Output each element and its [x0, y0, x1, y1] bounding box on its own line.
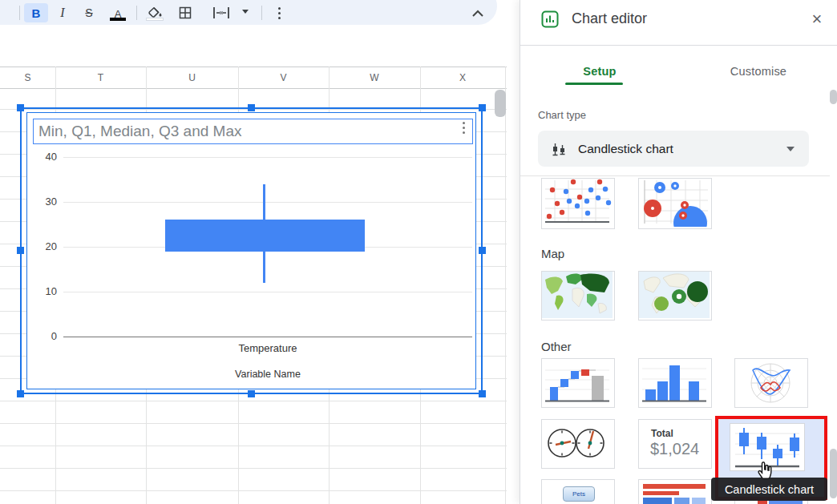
text-color-swatch [110, 18, 126, 21]
column-header-t[interactable]: T [55, 67, 146, 88]
y-tick-label: 0 [33, 330, 57, 342]
resize-handle-e[interactable] [479, 247, 486, 254]
chart-thumb-radar[interactable] [734, 358, 808, 408]
sheet-scrollbar-thumb[interactable] [495, 90, 506, 117]
collapse-toolbar-button[interactable] [467, 4, 489, 23]
chart-gridline [63, 157, 472, 158]
column-header-u[interactable]: U [146, 67, 238, 88]
merge-dropdown-caret[interactable] [242, 10, 249, 14]
scorecard-value: $1,024 [650, 440, 711, 458]
resize-handle-sw[interactable] [17, 390, 24, 397]
chart-thumb-histogram[interactable] [638, 358, 712, 408]
chart-selection-right [481, 107, 483, 394]
gallery-divider [520, 175, 830, 176]
fill-color-button[interactable] [141, 3, 168, 22]
resize-handle-nw[interactable] [17, 104, 24, 111]
chart-gridline [63, 292, 472, 292]
chart-thumb-table[interactable] [638, 479, 712, 504]
org-node: Pets [563, 486, 595, 502]
bold-button[interactable]: B [24, 3, 48, 22]
borders-icon [178, 6, 192, 20]
toolbar [0, 0, 497, 25]
column-header-x[interactable]: X [420, 67, 505, 88]
column-header-v[interactable]: V [238, 67, 329, 88]
chart-thumb-waterfall[interactable] [541, 358, 615, 408]
chart-thumb-bubble[interactable] [638, 178, 712, 229]
strikethrough-button[interactable]: S [77, 3, 101, 22]
chart-editor-icon [540, 10, 560, 29]
more-options-button[interactable] [269, 3, 289, 22]
section-label-map: Map [541, 247, 564, 260]
chart-type-dropdown[interactable]: Candlestick chart [538, 131, 809, 167]
italic-button[interactable]: I [51, 3, 74, 22]
column-header-s[interactable]: S [0, 67, 55, 88]
chart-thumb-scatter[interactable] [541, 178, 615, 229]
chart-selection-left [20, 107, 22, 394]
candlestick-mini-icon [551, 141, 567, 157]
borders-button[interactable] [172, 3, 199, 22]
section-label-other: Other [541, 340, 572, 353]
chart-type-label: Chart type [538, 109, 586, 121]
chart-thumb-scorecard[interactable]: Total $1,024 [638, 419, 712, 469]
chart-type-value: Candlestick chart [578, 142, 673, 156]
merge-cells-button[interactable] [202, 3, 241, 22]
chart-gridline [63, 247, 472, 248]
panel-scrollbar-thumb[interactable] [830, 449, 837, 498]
hand-cursor-icon [755, 460, 774, 487]
chart-gridline [63, 337, 472, 337]
toolbar-divider [261, 6, 262, 20]
spreadsheet-area: B I S A S T U V W X [0, 0, 520, 504]
y-tick-label: 20 [33, 240, 57, 252]
close-button[interactable]: × [806, 8, 828, 30]
text-color-button[interactable]: A [104, 3, 131, 22]
chart-editor-panel: Chart editor × Setup Customise Chart typ… [520, 0, 837, 504]
fill-color-swatch [146, 18, 164, 21]
merge-cells-icon [212, 6, 230, 20]
panel-title: Chart editor [572, 10, 647, 27]
resize-handle-se[interactable] [479, 390, 486, 397]
panel-scrollbar-thumb-top[interactable] [830, 90, 837, 104]
chart-thumb-geo-markers[interactable] [638, 271, 712, 321]
resize-handle-w[interactable] [17, 247, 24, 254]
chart-gridline [63, 202, 472, 203]
panel-divider [520, 45, 837, 46]
toolbar-divider [136, 6, 137, 20]
chart-thumb-org[interactable]: Pets [541, 479, 615, 504]
y-tick-label: 30 [33, 196, 57, 208]
chart-selection-bottom [20, 393, 483, 394]
tab-setup[interactable]: Setup [520, 58, 679, 85]
scorecard-label: Total [651, 428, 711, 439]
resize-handle-s[interactable] [248, 390, 255, 397]
dropdown-caret-icon [786, 147, 795, 151]
column-header-w[interactable]: W [329, 67, 420, 88]
candle-box [165, 220, 365, 251]
chevron-up-icon [471, 10, 484, 18]
tab-customise[interactable]: Customise [679, 58, 837, 85]
chart-thumb-gauge[interactable] [541, 419, 615, 469]
chart-thumb-geo[interactable] [541, 271, 615, 321]
toolbar-divider [19, 6, 20, 20]
x-category-label: Temperature [63, 342, 472, 354]
y-tick-label: 10 [33, 285, 57, 297]
resize-handle-ne[interactable] [479, 104, 486, 111]
active-tab-underline [565, 83, 623, 85]
resize-handle-n[interactable] [248, 104, 255, 111]
y-tick-label: 40 [33, 151, 57, 163]
